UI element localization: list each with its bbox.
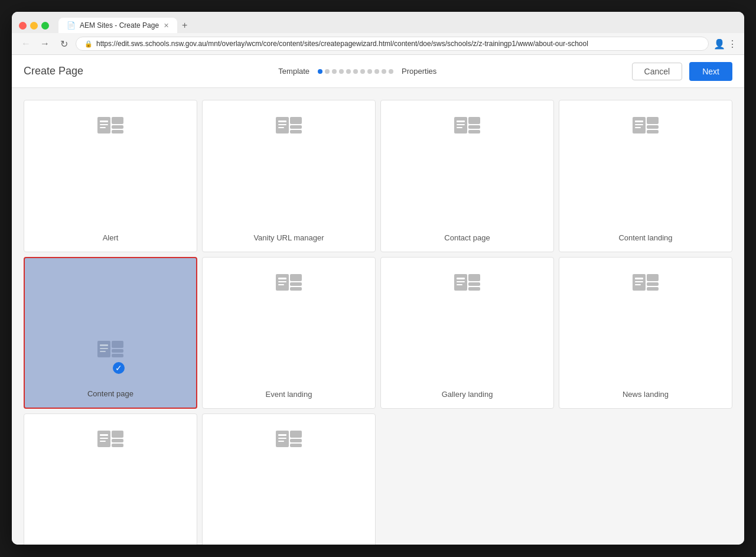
- svg-rect-59: [100, 441, 106, 442]
- properties-step-label: Properties: [402, 67, 436, 76]
- svg-rect-8: [278, 120, 286, 122]
- template-name-content-landing: Content landing: [618, 233, 672, 242]
- step-dot-10: [382, 69, 386, 74]
- svg-rect-24: [635, 127, 641, 128]
- svg-rect-61: [112, 439, 123, 442]
- svg-rect-45: [457, 284, 462, 285]
- active-tab[interactable]: 📄 AEM Sites - Create Page ✕: [58, 18, 177, 33]
- svg-rect-43: [457, 278, 465, 279]
- svg-rect-51: [635, 281, 643, 282]
- traffic-lights: [19, 22, 49, 30]
- svg-rect-27: [647, 130, 659, 133]
- svg-rect-20: [468, 130, 480, 133]
- svg-rect-6: [112, 130, 123, 133]
- step-dot-7: [360, 69, 365, 74]
- svg-rect-13: [290, 130, 302, 133]
- step-dot-8: [367, 69, 372, 74]
- wizard-steps: Template Properties: [83, 67, 632, 76]
- template-card-newsletter-landing[interactable]: Newsletter landing: [24, 413, 197, 545]
- svg-rect-46: [468, 274, 480, 281]
- template-icon-news-landing: [629, 269, 662, 305]
- tab-label: AEM Sites - Create Page: [80, 21, 159, 30]
- svg-rect-33: [112, 349, 123, 353]
- svg-rect-67: [290, 431, 302, 438]
- svg-rect-29: [100, 344, 108, 346]
- step-dot-2: [325, 69, 330, 74]
- template-card-alert[interactable]: Alert: [24, 100, 197, 252]
- svg-rect-52: [635, 284, 641, 285]
- svg-rect-48: [468, 287, 480, 291]
- svg-rect-68: [290, 439, 302, 442]
- browser-window: 📄 AEM Sites - Create Page ✕ + ← → ↻ 🔒 ht…: [12, 12, 744, 545]
- svg-rect-66: [278, 441, 284, 442]
- svg-rect-47: [468, 282, 480, 286]
- step-dot-11: [389, 69, 393, 74]
- header-actions: Cancel Next: [632, 62, 732, 81]
- back-button[interactable]: ←: [19, 37, 33, 51]
- minimize-window-button[interactable]: [30, 22, 38, 30]
- step-dot-6: [353, 69, 358, 74]
- template-card-content-page[interactable]: ✓ Content page: [24, 257, 197, 409]
- tab-close-button[interactable]: ✕: [164, 22, 169, 30]
- template-name-alert: Alert: [103, 233, 119, 242]
- svg-rect-2: [100, 124, 108, 125]
- svg-rect-16: [457, 124, 465, 125]
- svg-rect-64: [278, 434, 286, 436]
- template-grid: Alert Vanity URL manager: [12, 88, 744, 545]
- next-button[interactable]: Next: [689, 62, 732, 81]
- forward-button[interactable]: →: [38, 37, 52, 51]
- step-dot-4: [339, 69, 344, 74]
- svg-rect-15: [457, 120, 465, 122]
- page-content: Create Page Template Properties: [12, 55, 744, 545]
- template-card-content-landing[interactable]: Content landing: [559, 100, 732, 252]
- address-bar[interactable]: 🔒 https://edit.sws.schools.nsw.gov.au/mn…: [76, 37, 709, 51]
- cancel-button[interactable]: Cancel: [632, 63, 683, 80]
- url-text: https://edit.sws.schools.nsw.gov.au/mnt/…: [96, 40, 700, 48]
- close-window-button[interactable]: [19, 22, 27, 30]
- svg-rect-40: [290, 282, 302, 286]
- svg-rect-5: [112, 125, 123, 129]
- svg-rect-26: [647, 125, 659, 129]
- svg-rect-10: [278, 127, 284, 128]
- svg-rect-22: [635, 120, 643, 122]
- browser-toolbar-actions: 👤 ⋮: [713, 38, 737, 50]
- svg-rect-60: [112, 431, 123, 438]
- template-name-vanity-url-manager: Vanity URL manager: [253, 233, 324, 242]
- svg-rect-12: [290, 125, 302, 129]
- template-card-news-landing[interactable]: News landing: [559, 257, 732, 409]
- template-icon-alert: [94, 112, 127, 148]
- reload-button[interactable]: ↻: [57, 37, 71, 51]
- svg-rect-23: [635, 124, 643, 125]
- svg-rect-44: [457, 281, 465, 282]
- maximize-window-button[interactable]: [41, 22, 49, 30]
- menu-icon[interactable]: ⋮: [728, 38, 737, 50]
- svg-rect-3: [100, 127, 106, 128]
- profile-icon[interactable]: 👤: [713, 38, 725, 50]
- new-tab-button[interactable]: +: [177, 18, 192, 33]
- page-title: Create Page: [24, 65, 83, 77]
- template-name-contact-page: Contact page: [444, 233, 490, 242]
- svg-rect-41: [290, 287, 302, 291]
- svg-rect-62: [112, 444, 123, 447]
- template-card-event-landing[interactable]: Event landing: [202, 257, 376, 409]
- template-card-gallery-landing[interactable]: Gallery landing: [380, 257, 554, 409]
- svg-rect-58: [100, 438, 108, 439]
- template-card-vanity-url-manager[interactable]: Vanity URL manager: [202, 100, 376, 252]
- template-icon-search-results: [272, 426, 305, 461]
- svg-rect-17: [457, 127, 462, 128]
- svg-rect-57: [100, 434, 108, 436]
- browser-titlebar: 📄 AEM Sites - Create Page ✕ +: [12, 12, 744, 33]
- svg-rect-37: [278, 281, 286, 282]
- svg-rect-69: [290, 444, 302, 447]
- svg-rect-19: [468, 125, 480, 129]
- tab-bar: 📄 AEM Sites - Create Page ✕ +: [58, 18, 737, 33]
- step-dots: [318, 69, 393, 74]
- template-name-gallery-landing: Gallery landing: [442, 390, 493, 399]
- svg-rect-39: [290, 274, 302, 281]
- template-card-search-results[interactable]: Search results: [202, 413, 376, 545]
- app-header: Create Page Template Properties: [12, 55, 744, 88]
- svg-rect-32: [112, 341, 123, 348]
- template-icon-vanity-url-manager: [272, 112, 305, 148]
- template-card-contact-page[interactable]: Contact page: [380, 100, 554, 252]
- svg-rect-65: [278, 438, 286, 439]
